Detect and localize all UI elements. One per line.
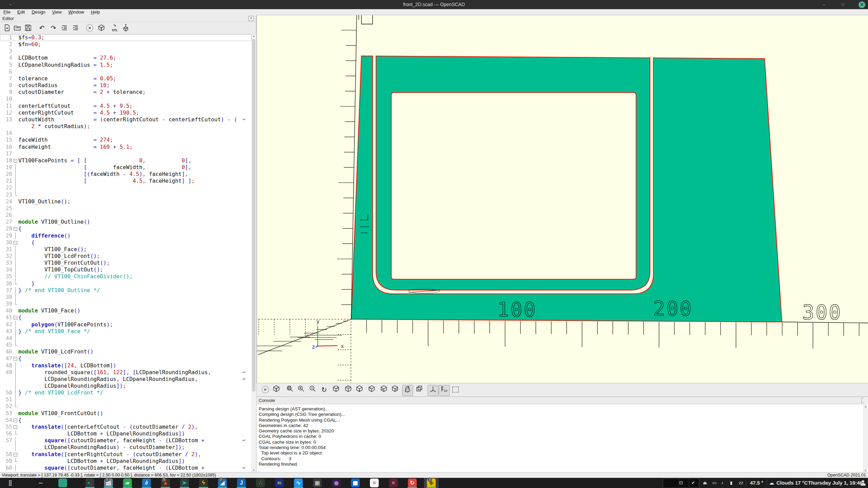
taskbar-app-chip-tool[interactable]: ▣ xyxy=(310,478,325,488)
viewport-canvas[interactable]: 100200300yxz xyxy=(257,15,868,383)
code-line-31[interactable]: 31 VT100_Face(); xyxy=(0,246,252,253)
code-line-45[interactable]: 45 xyxy=(0,342,252,348)
code-line-34[interactable]: 34 VT100_TopCutOut(); xyxy=(0,266,252,273)
code-line-wrap[interactable]: LCDpanelRoundingRadius, LCDpanelRounding… xyxy=(0,376,252,383)
code-line-12[interactable]: 12centerRightCutout = 4.5 + 190.5; xyxy=(0,109,252,116)
code-line-13[interactable]: 13cutoutWidth = (centerRightCutout - cen… xyxy=(0,116,252,123)
code-line-50[interactable]: 50} /* end VT100_LcdFront */ xyxy=(0,389,252,396)
zoom-out-button[interactable] xyxy=(308,385,318,395)
code-line-16[interactable]: 16faceHeight = 169 + 5.1; xyxy=(0,144,252,150)
code-line-46[interactable]: 46module VT100_LcdFront() xyxy=(0,348,252,355)
tray-eject-icon[interactable]: ⏏ xyxy=(703,478,707,488)
code-line-28[interactable]: 28–{ xyxy=(0,225,252,232)
taskbar-app-calendar[interactable]: ≡ xyxy=(367,478,382,488)
code-line-1[interactable]: 1$fs=0.3; xyxy=(0,34,252,41)
preview-button[interactable]: » xyxy=(85,23,94,33)
code-line-54[interactable]: 54–{ xyxy=(0,417,252,424)
code-line-10[interactable]: 10 xyxy=(0,96,252,102)
menu-view[interactable]: View xyxy=(49,9,65,15)
redo-button[interactable]: ↷ xyxy=(49,23,58,33)
minimize-button[interactable]: – xyxy=(821,1,827,8)
code-line-29[interactable]: 29 difference() xyxy=(0,232,252,239)
taskbar-app-lightning[interactable]: ϟ xyxy=(196,478,211,488)
code-line-43[interactable]: 43} /* end VT100_Face */ xyxy=(0,328,252,335)
code-line-23[interactable]: 23 xyxy=(0,191,252,198)
code-line-15[interactable]: 15faceWidth = 274; xyxy=(0,137,252,143)
code-line-51[interactable]: 51 xyxy=(0,396,252,403)
tray-music-note-icon[interactable]: ♪ xyxy=(721,478,724,488)
taskbar-app-openscad[interactable]: ◆2 xyxy=(424,478,439,488)
taskbar-app-file-manager[interactable]: ▤3 xyxy=(101,478,116,488)
code-line-14[interactable]: 14 xyxy=(0,130,252,137)
taskbar-app-owl-app[interactable]: ◉ xyxy=(329,478,344,488)
code-line-32[interactable]: 32 VT100_LcdFront(); xyxy=(0,253,252,260)
reset-view-button[interactable]: ↻ xyxy=(319,385,329,395)
undo-button[interactable]: ↶ xyxy=(37,23,46,33)
code-line-22[interactable]: 22 xyxy=(0,184,252,191)
code-line-53[interactable]: 53module VT100_FrontCutOut() xyxy=(0,410,252,417)
taskbar-app-partial-diff[interactable]: ∂ xyxy=(139,478,154,488)
fold-marker[interactable]: – xyxy=(14,424,18,430)
code-line-58[interactable]: 58– translate([centerRightCutout - (cuto… xyxy=(0,451,252,458)
code-line-wrap[interactable]: 2 * cutoutRadius); xyxy=(0,123,252,130)
taskbar-app-pager[interactable]: ▪▪▪ xyxy=(33,478,48,488)
code-line-7[interactable]: 7tolerance = 0.05; xyxy=(0,75,252,82)
fold-marker[interactable]: – xyxy=(14,225,18,232)
fold-marker[interactable]: – xyxy=(14,314,18,321)
zoom-all-button[interactable] xyxy=(285,385,295,395)
code-line-25[interactable]: 25 xyxy=(0,205,252,212)
indent-button[interactable] xyxy=(71,23,80,33)
console-scroll-up-icon[interactable]: ▲ xyxy=(864,405,867,408)
code-line-39[interactable]: 39 xyxy=(0,301,252,307)
code-line-30[interactable]: 30– { xyxy=(0,239,252,246)
code-line-33[interactable]: 33 VT100_FrontCutOut(); xyxy=(0,260,252,266)
tray-window-switcher-icon[interactable]: ⊡ xyxy=(679,478,683,488)
code-line-4[interactable]: 4LCDBottom = 27.6; xyxy=(0,55,252,61)
taskbar-app-send-arrow[interactable]: ➤ xyxy=(177,478,192,488)
render-button[interactable] xyxy=(271,385,281,395)
code-line-19[interactable]: 19 [ faceWidth, 0], xyxy=(0,164,252,171)
code-line-59[interactable]: 59 LCDBottom + LCDpanelRoundingRadius]) xyxy=(0,458,252,465)
taskbar-app-brave-browser[interactable]: ▲3 xyxy=(158,478,173,488)
menu-window[interactable]: Window xyxy=(65,9,87,15)
taskbar-app-red-document[interactable]: ≡ xyxy=(386,478,401,488)
code-line-52[interactable]: 52 xyxy=(0,403,252,410)
perspective-button[interactable] xyxy=(402,385,413,396)
code-line-47[interactable]: 47–{ xyxy=(0,355,252,362)
tray-shield-check-icon[interactable]: ✔ xyxy=(691,478,695,488)
fold-marker[interactable]: – xyxy=(14,417,18,424)
taskbar-app-sync[interactable]: ↻ xyxy=(405,478,420,488)
view-all-button[interactable] xyxy=(450,385,460,395)
code-line-37[interactable]: 37} /* end VT100_Outline */ xyxy=(0,287,252,294)
render-viewport[interactable]: 100200300yxz xyxy=(257,15,868,383)
window-titlebar[interactable]: ⌄ front_2D.scad — OpenSCAD – ◻ ✕ xyxy=(0,0,868,9)
fold-marker[interactable]: – xyxy=(14,451,18,458)
code-line-3[interactable]: 3 xyxy=(0,48,252,55)
code-line-20[interactable]: 20 [(faceWidth - 4.5), faceHeight], xyxy=(0,171,252,178)
code-editor[interactable]: 1$fs=0.3;2$fn=60;34LCDBottom = 27.6;5LCD… xyxy=(0,34,252,472)
view-top-button[interactable] xyxy=(343,385,353,395)
code-line-35[interactable]: 35 // VT100_ChinFaceDivider(); xyxy=(0,273,252,280)
menu-file[interactable]: File xyxy=(0,9,14,15)
code-line-24[interactable]: 24VT100_Outline(); xyxy=(0,198,252,205)
tray-weather[interactable]: Clouds 17 °C xyxy=(776,478,808,488)
tray-display-icon[interactable]: ▭ xyxy=(712,478,716,488)
preview-button[interactable]: » xyxy=(260,385,270,395)
save-button[interactable] xyxy=(24,23,33,33)
code-line-wrap[interactable]: LCDpanelRoundingRadius]); xyxy=(0,383,252,389)
code-line-wrap[interactable]: LCDpanelRoundingRadius) - cutoutDiameter… xyxy=(0,444,252,451)
close-button[interactable]: ✕ xyxy=(859,1,865,8)
code-line-17[interactable]: 17 xyxy=(0,150,252,157)
tray-clock[interactable]: Thursday July 1, 19:46 xyxy=(808,478,863,488)
code-line-55[interactable]: 55– translate([centerLeftCutout - (cutou… xyxy=(0,424,252,430)
taskbar-app-green-nodes[interactable]: ∴ xyxy=(253,478,268,488)
fold-marker[interactable]: – xyxy=(14,355,18,362)
tray-sleep-zz-icon[interactable]: ᴢᴢ xyxy=(739,478,743,488)
taskbar-app-workspace[interactable] xyxy=(55,478,70,488)
taskbar-app-kicad[interactable]: Ki xyxy=(272,478,287,488)
tray-weather-icon[interactable]: ☁ xyxy=(769,478,774,488)
unindent-button[interactable] xyxy=(60,23,69,33)
show-axes-button[interactable] xyxy=(428,385,438,396)
fold-marker[interactable]: – xyxy=(14,157,18,164)
code-line-56[interactable]: 56 LCDBottom + LCDpanelRoundingRadius]) xyxy=(0,430,252,437)
